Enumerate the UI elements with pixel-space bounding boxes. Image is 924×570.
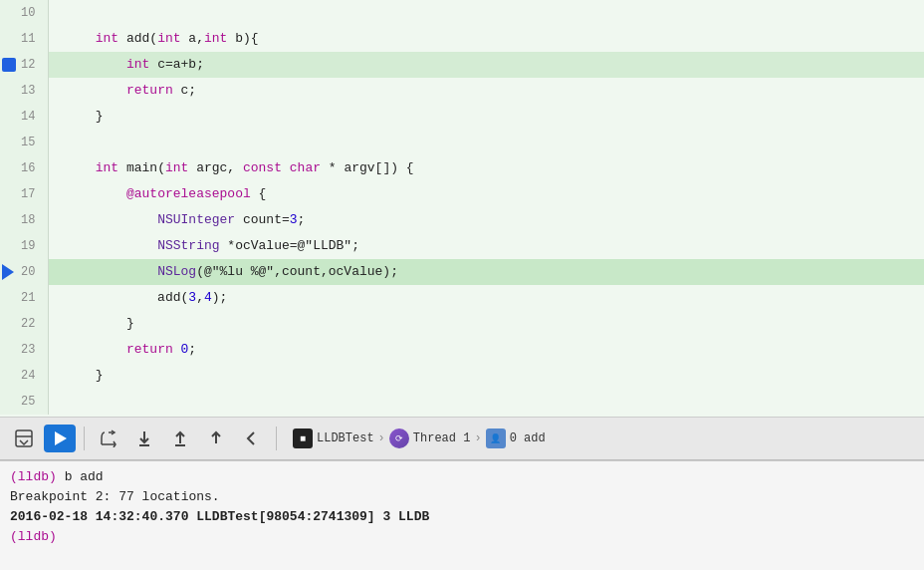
line-number-25: 25: [0, 389, 48, 415]
code-content-14: }: [48, 104, 924, 130]
code-line-21: 21 add(3,4);: [0, 285, 924, 311]
code-line-22: 22 }: [0, 311, 924, 337]
line-number-13: 13: [0, 78, 48, 104]
breadcrumb-thread: Thread 1: [413, 431, 471, 445]
console-line-3: 2016-02-18 14:32:40.370 LLDBTest[98054:2…: [10, 507, 914, 527]
code-line-23: 23 return 0;: [0, 337, 924, 363]
code-line-14: 14 }: [0, 104, 924, 130]
line-number-20: 20: [0, 259, 48, 285]
frame-icon: 👤: [486, 428, 506, 448]
console-line-4: (lldb): [10, 527, 914, 547]
line-number-24: 24: [0, 363, 48, 389]
code-line-12: 12 int c=a+b;: [0, 52, 924, 78]
step-out-button[interactable]: [164, 425, 196, 452]
current-line-arrow: [2, 264, 14, 280]
line-number-14: 14: [0, 104, 48, 130]
hide-panel-button[interactable]: [8, 425, 40, 452]
line-number-16: 16: [0, 155, 48, 181]
line-number-19: 19: [0, 233, 48, 259]
thread-icon: ⟳: [389, 428, 409, 448]
console-line-2: Breakpoint 2: 77 locations.: [10, 487, 914, 507]
step-in-button[interactable]: [128, 425, 160, 452]
code-line-13: 13 return c;: [0, 78, 924, 104]
toolbar-separator-2: [84, 427, 85, 450]
code-content-16: int main(int argc, const char * argv[]) …: [48, 155, 924, 181]
breadcrumb-frame: 0 add: [510, 431, 546, 445]
code-content-23: return 0;: [48, 337, 924, 363]
line-number-10: 10: [0, 0, 48, 26]
chevron-icon-2: ›: [474, 431, 481, 445]
code-editor: 10 11 int add(int a,int b){12 int c=a+b;…: [0, 0, 924, 417]
console-prompt-1: (lldb): [10, 469, 57, 484]
line-number-17: 17: [0, 181, 48, 207]
code-line-15: 15: [0, 130, 924, 155]
console-command-1: b add: [65, 469, 104, 484]
breakpoint-indicator: [2, 58, 16, 72]
step-up-button[interactable]: [200, 425, 232, 452]
breadcrumb: ■ LLDBTest › ⟳ Thread 1 › 👤 0 add: [293, 428, 546, 448]
console-line-1: (lldb) b add: [10, 467, 914, 487]
code-content-17: @autoreleasepool {: [48, 181, 924, 207]
breadcrumb-app: LLDBTest: [317, 431, 374, 445]
code-content-25: [48, 389, 924, 415]
code-line-17: 17 @autoreleasepool {: [0, 181, 924, 207]
step-over-button[interactable]: [93, 425, 124, 452]
code-line-25: 25: [0, 389, 924, 415]
console-output-2: 2016-02-18 14:32:40.370 LLDBTest[98054:2…: [10, 509, 429, 524]
code-content-24: }: [48, 363, 924, 389]
console-prompt-2: (lldb): [10, 529, 57, 544]
code-line-11: 11 int add(int a,int b){: [0, 26, 924, 52]
code-content-21: add(3,4);: [48, 285, 924, 311]
line-number-18: 18: [0, 207, 48, 233]
code-table: 10 11 int add(int a,int b){12 int c=a+b;…: [0, 0, 924, 415]
code-line-20: 20 NSLog(@"%lu %@",count,ocValue);: [0, 259, 924, 285]
run-button[interactable]: [44, 425, 76, 452]
line-number-23: 23: [0, 337, 48, 363]
console-output-1: Breakpoint 2: 77 locations.: [10, 489, 220, 504]
line-number-15: 15: [0, 130, 48, 155]
code-content-20: NSLog(@"%lu %@",count,ocValue);: [48, 259, 924, 285]
debug-toolbar: ■ LLDBTest › ⟳ Thread 1 › 👤 0 add: [0, 417, 924, 460]
code-content-22: }: [48, 311, 924, 337]
code-content-13: return c;: [48, 78, 924, 104]
code-content-12: int c=a+b;: [48, 52, 924, 78]
code-content-19: NSString *ocValue=@"LLDB";: [48, 233, 924, 259]
code-content-15: [48, 130, 924, 155]
line-number-11: 11: [0, 26, 48, 52]
line-number-22: 22: [0, 311, 48, 337]
back-button[interactable]: [236, 425, 268, 452]
app-icon: ■: [293, 428, 313, 448]
chevron-icon-1: ›: [378, 431, 385, 445]
code-content-11: int add(int a,int b){: [48, 26, 924, 52]
code-line-10: 10: [0, 0, 924, 26]
toolbar-separator: [276, 427, 277, 450]
line-number-12: 12: [0, 52, 48, 78]
svg-marker-2: [55, 431, 67, 445]
code-content-10: [48, 0, 924, 26]
line-number-21: 21: [0, 285, 48, 311]
code-line-19: 19 NSString *ocValue=@"LLDB";: [0, 233, 924, 259]
code-content-18: NSUInteger count=3;: [48, 207, 924, 233]
lldb-console: (lldb) b add Breakpoint 2: 77 locations.…: [0, 460, 924, 570]
code-line-18: 18 NSUInteger count=3;: [0, 207, 924, 233]
code-line-16: 16 int main(int argc, const char * argv[…: [0, 155, 924, 181]
code-line-24: 24 }: [0, 363, 924, 389]
